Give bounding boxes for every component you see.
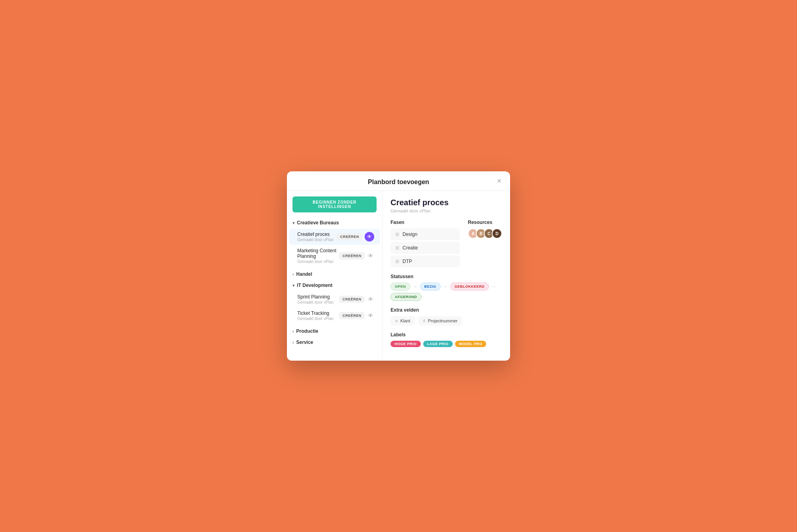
template-sub: Gemaakt door vPlan <box>297 238 334 242</box>
section-label-statussen: Statussen <box>391 274 502 279</box>
veld-label: Klant <box>400 318 410 323</box>
veld-label: Projectnummer <box>428 318 458 323</box>
label-lage-prio: LAGE PRIO <box>423 341 453 347</box>
template-sub: Gemaakt door vPlan <box>297 300 334 304</box>
status-badge-bezig: BEZIG <box>420 283 441 291</box>
category-label: Handel <box>296 271 312 277</box>
template-item-ticket-tracking[interactable]: Ticket Tracking Gemaakt door vPlan CREËR… <box>289 308 380 324</box>
fase-label: DTP <box>402 259 412 264</box>
list-icon: ≡ <box>395 318 398 323</box>
section-extra-velden: Extra velden ≡ Klant # Projectnummer <box>391 307 502 326</box>
fase-icon: ⊞ <box>395 232 399 237</box>
chevron-right-icon: › <box>292 340 294 345</box>
status-badge-geblokkeerd: GEBLOKKEERD <box>450 283 489 291</box>
template-sub: Gemaakt door vPlan <box>297 316 334 321</box>
section-label-labels: Labels <box>391 332 502 338</box>
close-button[interactable]: × <box>495 177 504 185</box>
section-fasen-resources: Fasen ⊞ Design ⊞ Creatie ⊞ <box>391 220 502 267</box>
detail-title: Creatief proces <box>391 198 502 207</box>
chevron-down-icon: ▾ <box>292 283 294 288</box>
category-label: Creatieve Bureaus <box>297 220 339 226</box>
template-sub: Gemaakt door vPlan <box>297 259 339 264</box>
modal: Planbord toevoegen × BEGINNEN ZONDER INS… <box>287 171 510 361</box>
category-label: Service <box>296 340 313 345</box>
resources-avatars: A B C D <box>468 228 502 239</box>
template-name: Marketing Content Planning <box>297 248 339 259</box>
category-header-handel[interactable]: › Handel <box>287 269 382 279</box>
template-item-marketing-content[interactable]: Marketing Content Planning Gemaakt door … <box>289 245 380 267</box>
detail-subtitle: Gemaakt door vPlan <box>391 208 502 213</box>
veld-klant: ≡ Klant <box>391 316 415 326</box>
create-button-marketing[interactable]: CREËREN <box>339 252 365 259</box>
label-hoge-prio: HOGE PRIO <box>391 341 421 347</box>
modal-body: BEGINNEN ZONDER INSTELLINGEN ▾ Creatieve… <box>287 191 510 361</box>
create-button-creatief-proces[interactable]: CREËREN <box>337 233 362 240</box>
chevron-right-icon: › <box>292 272 294 277</box>
category-handel: › Handel <box>287 269 382 279</box>
category-header-service[interactable]: › Service <box>287 338 382 347</box>
fase-list: ⊞ Design ⊞ Creatie ⊞ DTP <box>391 228 460 267</box>
fase-item-creatie: ⊞ Creatie <box>391 242 460 254</box>
arrow-icon: → <box>413 284 418 289</box>
section-label-fasen: Fasen <box>391 220 460 225</box>
modal-header: Planbord toevoegen × <box>287 171 510 191</box>
arrow-icon: → <box>443 284 448 289</box>
category-label: IT Development <box>297 283 332 288</box>
create-button-sprint[interactable]: CREËREN <box>339 296 365 303</box>
section-statussen: Statussen OPEN → BEZIG → GEBLOKKEERD → A… <box>391 274 502 301</box>
category-items-it-development: Sprint Planning Gemaakt door vPlan CREËR… <box>287 290 382 325</box>
fase-item-design: ⊞ Design <box>391 228 460 240</box>
category-items-creatieve-bureaus: Creatief proces Gemaakt door vPlan CREËR… <box>287 228 382 268</box>
arrow-icon: → <box>491 284 496 289</box>
category-label: Productie <box>296 328 318 334</box>
fase-label: Design <box>402 232 417 237</box>
preview-button-creatief-proces[interactable]: 👁 <box>365 232 374 241</box>
section-label-resources: Resources <box>468 220 502 225</box>
chevron-down-icon: ▾ <box>292 221 294 225</box>
extra-velden-row: ≡ Klant # Projectnummer <box>391 316 502 326</box>
category-it-development: ▾ IT Development Sprint Planning Gemaakt… <box>287 281 382 325</box>
template-item-sprint-planning[interactable]: Sprint Planning Gemaakt door vPlan CREËR… <box>289 291 380 307</box>
fase-label: Creatie <box>402 245 418 251</box>
category-service: › Service <box>287 338 382 347</box>
template-name: Creatief proces <box>297 232 334 237</box>
statussen-row: OPEN → BEZIG → GEBLOKKEERD → AFGEROND <box>391 283 502 301</box>
labels-row: HOGE PRIO LAGE PRIO MODEL PRO <box>391 341 502 347</box>
preview-button-ticket[interactable]: 👁 <box>367 312 374 320</box>
start-without-settings-button[interactable]: BEGINNEN ZONDER INSTELLINGEN <box>292 196 377 212</box>
fase-item-dtp: ⊞ DTP <box>391 255 460 267</box>
veld-projectnummer: # Projectnummer <box>418 316 463 326</box>
status-badge-open: OPEN <box>391 283 410 291</box>
category-header-productie[interactable]: › Productie <box>287 326 382 336</box>
fase-icon: ⊞ <box>395 259 399 264</box>
category-productie: › Productie <box>287 326 382 336</box>
section-labels: Labels HOGE PRIO LAGE PRIO MODEL PRO <box>391 332 502 347</box>
hash-icon: # <box>423 318 426 323</box>
template-item-creatief-proces[interactable]: Creatief proces Gemaakt door vPlan CREËR… <box>289 229 380 245</box>
template-name: Sprint Planning <box>297 294 334 300</box>
preview-button-sprint[interactable]: 👁 <box>367 295 374 303</box>
right-panel: Creatief proces Gemaakt door vPlan Fasen… <box>383 191 510 361</box>
avatar: D <box>492 228 502 239</box>
left-panel: BEGINNEN ZONDER INSTELLINGEN ▾ Creatieve… <box>287 191 383 361</box>
section-label-extra-velden: Extra velden <box>391 307 502 313</box>
chevron-right-icon: › <box>292 329 294 334</box>
template-name: Ticket Tracking <box>297 310 334 316</box>
modal-title: Planbord toevoegen <box>368 179 429 185</box>
label-model-pro: MODEL PRO <box>455 341 487 347</box>
category-header-it-development[interactable]: ▾ IT Development <box>287 281 382 290</box>
status-badge-afgerond: AFGEROND <box>391 293 422 301</box>
fase-icon: ⊞ <box>395 245 399 251</box>
create-button-ticket[interactable]: CREËREN <box>339 312 365 319</box>
preview-button-marketing[interactable]: 👁 <box>367 252 374 260</box>
category-creatieve-bureaus: ▾ Creatieve Bureaus Creatief proces Gema… <box>287 218 382 268</box>
category-header-creatieve-bureaus[interactable]: ▾ Creatieve Bureaus <box>287 218 382 228</box>
